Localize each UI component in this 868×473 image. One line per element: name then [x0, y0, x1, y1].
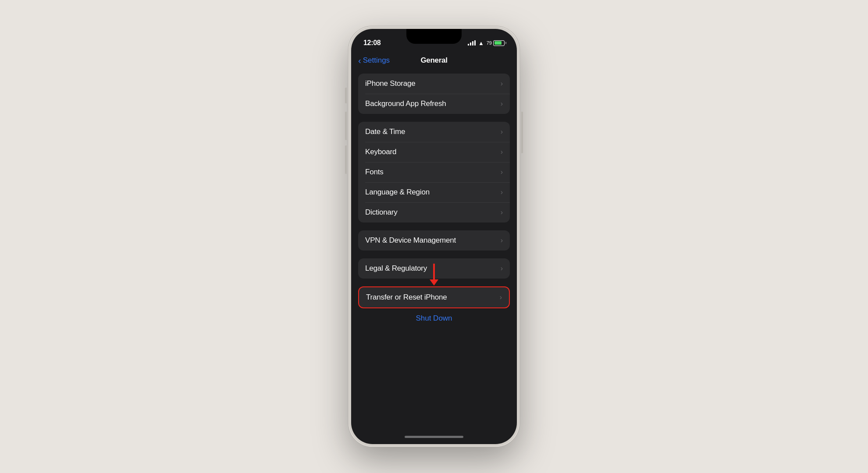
arrow-head [430, 279, 438, 286]
transfer-reset-container: Transfer or Reset iPhone › [358, 286, 510, 308]
red-arrow [430, 264, 438, 286]
menu-label-fonts: Fonts [365, 168, 384, 176]
menu-label-shutdown: Shut Down [416, 314, 452, 323]
phone-frame: 12:08 ▲ 79 ‹ [349, 26, 519, 447]
navigation-bar: ‹ Settings General [351, 51, 517, 70]
mute-button[interactable] [345, 88, 347, 103]
settings-content: iPhone Storage › Background App Refresh … [351, 70, 517, 429]
volume-down-button[interactable] [345, 145, 347, 174]
status-time: 12:08 [363, 39, 381, 47]
menu-item-fonts[interactable]: Fonts › [358, 162, 510, 182]
signal-bar-1 [468, 44, 469, 46]
menu-label-legal-regulatory: Legal & Regulatory [365, 264, 427, 273]
chevron-vpn-device-management: › [501, 236, 503, 244]
volume-up-button[interactable] [345, 112, 347, 140]
battery-box [493, 40, 505, 46]
menu-item-vpn-device-management[interactable]: VPN & Device Management › [358, 230, 510, 251]
battery-percent: 79 [487, 40, 492, 46]
home-indicator [351, 429, 517, 444]
status-bar: 12:08 ▲ 79 [351, 29, 517, 51]
section-storage-refresh: iPhone Storage › Background App Refresh … [358, 74, 510, 114]
chevron-background-app-refresh: › [501, 100, 503, 108]
menu-label-background-app-refresh: Background App Refresh [365, 99, 446, 108]
chevron-fonts: › [501, 168, 503, 176]
menu-item-date-time[interactable]: Date & Time › [358, 122, 510, 142]
menu-item-iphone-storage[interactable]: iPhone Storage › [358, 74, 510, 94]
menu-item-keyboard[interactable]: Keyboard › [358, 142, 510, 162]
menu-label-dictionary: Dictionary [365, 208, 398, 217]
chevron-language-region: › [501, 188, 503, 196]
notch [406, 29, 462, 44]
section-transfer-reset: Transfer or Reset iPhone › [358, 286, 510, 308]
menu-item-background-app-refresh[interactable]: Background App Refresh › [358, 94, 510, 114]
battery-fill [494, 41, 502, 45]
status-icons: ▲ 79 [468, 40, 505, 46]
chevron-legal-regulatory: › [501, 265, 503, 272]
section-datetime-language: Date & Time › Keyboard › Fonts › Languag… [358, 122, 510, 222]
chevron-date-time: › [501, 128, 503, 136]
menu-label-keyboard: Keyboard [365, 148, 396, 156]
chevron-iphone-storage: › [501, 80, 503, 88]
signal-bars-icon [468, 40, 476, 46]
section-vpn: VPN & Device Management › [358, 230, 510, 251]
phone-screen: 12:08 ▲ 79 ‹ [351, 29, 517, 444]
battery-indicator: 79 [487, 40, 505, 46]
chevron-dictionary: › [501, 208, 503, 216]
menu-label-vpn-device-management: VPN & Device Management [365, 236, 456, 245]
chevron-keyboard: › [501, 148, 503, 156]
menu-label-transfer-reset: Transfer or Reset iPhone [366, 293, 447, 302]
signal-bar-4 [474, 40, 476, 46]
back-button[interactable]: ‹ Settings [358, 56, 390, 65]
home-bar [405, 436, 463, 438]
menu-label-iphone-storage: iPhone Storage [365, 79, 415, 88]
menu-item-shutdown[interactable]: Shut Down [358, 308, 510, 328]
chevron-transfer-reset: › [500, 293, 502, 301]
back-chevron-icon: ‹ [358, 56, 361, 65]
menu-item-dictionary[interactable]: Dictionary › [358, 202, 510, 222]
back-label: Settings [363, 56, 390, 65]
menu-item-language-region[interactable]: Language & Region › [358, 182, 510, 202]
signal-bar-2 [470, 42, 471, 46]
menu-label-language-region: Language & Region [365, 188, 430, 197]
menu-item-transfer-reset[interactable]: Transfer or Reset iPhone › [359, 287, 509, 307]
menu-label-date-time: Date & Time [365, 127, 405, 136]
signal-bar-3 [472, 41, 473, 46]
page-title: General [420, 56, 447, 65]
arrow-shaft [433, 264, 435, 279]
power-button[interactable] [521, 112, 523, 153]
wifi-icon: ▲ [478, 40, 484, 46]
